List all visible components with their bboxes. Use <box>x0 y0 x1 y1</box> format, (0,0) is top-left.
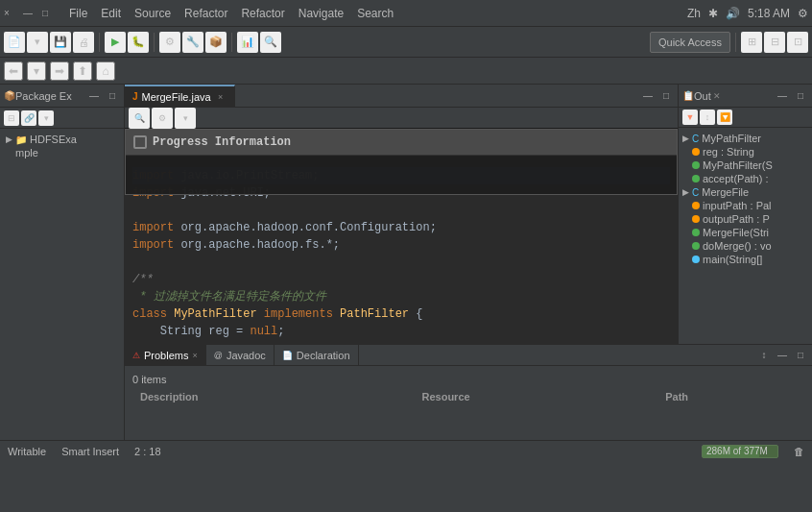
outline-item-inputpath[interactable]: inputPath : Pal <box>688 199 812 212</box>
nav-forward[interactable]: ➡ <box>50 61 69 81</box>
run-button[interactable]: ▶ <box>105 32 126 53</box>
menu-navigate[interactable]: Navigate <box>293 5 349 22</box>
col-path: Path <box>657 389 804 405</box>
memory-indicator[interactable]: 286M of 377M <box>702 445 778 458</box>
declaration-tab[interactable]: 📄 Declaration <box>275 345 359 366</box>
maximize-panel-btn[interactable]: □ <box>105 88 120 104</box>
tree-subitem[interactable]: mple <box>13 146 120 159</box>
save-button[interactable]: 💾 <box>50 32 71 53</box>
window-controls: × — □ <box>4 8 54 19</box>
javadoc-tab[interactable]: @ Javadoc <box>206 345 275 366</box>
declaration-icon: 📄 <box>282 351 293 360</box>
code-line-blank3 <box>132 254 670 271</box>
method-dot <box>692 161 700 169</box>
progress-title: Progress Information <box>153 134 291 151</box>
problems-tab[interactable]: ⚠ Problems × <box>125 345 206 366</box>
outline-item-constructor1[interactable]: MyPathFilter(S <box>688 158 812 172</box>
search-btn[interactable]: 🔍 <box>260 32 281 53</box>
nav-back[interactable]: ⬅ <box>4 61 23 81</box>
class-type-icon: C <box>692 134 699 144</box>
tree-project-item[interactable]: ▶ 📁 HDFSExa <box>4 133 120 146</box>
nav-home[interactable]: ⌂ <box>96 61 115 81</box>
code-area[interactable]: Progress Information import java.io.IOEx… <box>125 129 678 344</box>
minimize-icon[interactable]: — <box>23 8 35 19</box>
java-icon: J <box>132 91 138 102</box>
outline-item-mergefile[interactable]: ▶ C MergeFile <box>679 185 812 199</box>
menu-source[interactable]: Source <box>129 5 177 22</box>
code-line-blank2 <box>132 202 670 219</box>
outline-item-constructor2[interactable]: MergeFile(Stri <box>688 226 812 239</box>
outline-sort-btn[interactable]: ↕ <box>700 110 715 125</box>
quick-access-button[interactable]: Quick Access <box>650 32 730 53</box>
toolbar-btn3[interactable]: ⚙ <box>159 32 180 53</box>
view-menu-btn[interactable]: ▾ <box>38 110 54 126</box>
icon-btn6[interactable]: ⊞ <box>741 32 762 53</box>
maximize-bottom-btn[interactable]: □ <box>793 348 808 363</box>
method-dot5 <box>692 256 700 263</box>
toolbar-btn5[interactable]: 📦 <box>205 32 227 53</box>
new-button[interactable]: 📄 <box>4 32 25 53</box>
editor-toolbar-btn1[interactable]: 🔍 <box>129 108 150 129</box>
comment-start: /** <box>132 271 154 288</box>
menu-refactor1[interactable]: Refactor <box>179 5 233 22</box>
toolbar-dropdown1[interactable]: ▾ <box>27 32 48 53</box>
toolbar-btn4[interactable]: 🔧 <box>182 32 203 53</box>
tab-close-btn[interactable]: × <box>215 91 227 103</box>
gc-icon[interactable]: 🗑 <box>794 446 804 457</box>
outline-item-reg[interactable]: reg : String <box>688 145 812 158</box>
progress-body <box>126 156 677 194</box>
outline-filter-btn[interactable]: 🔽 <box>717 110 732 125</box>
minimize-panel-btn[interactable]: — <box>86 88 102 104</box>
cursor-pos-status: 2 : 18 <box>134 446 161 457</box>
outline-item-domerge[interactable]: doMerge() : vo <box>688 239 812 253</box>
perspective-btn[interactable]: 📊 <box>237 32 258 53</box>
method-dot2 <box>692 175 700 183</box>
code-line-6: import org.apache.hadoop.conf.Configurat… <box>132 219 670 236</box>
editor-tab-mergefile[interactable]: J MergeFile.java × <box>125 85 235 108</box>
outline-item-outputpath[interactable]: outputPath : P <box>688 212 812 226</box>
writable-status: Writable <box>8 446 46 457</box>
system-time: 5:18 AM <box>748 7 790 20</box>
editor-toolbar-btn3[interactable]: ▾ <box>175 108 196 129</box>
maximize-outline-btn[interactable]: □ <box>793 88 808 104</box>
javadoc-icon: @ <box>214 351 223 360</box>
link-btn[interactable]: 🔗 <box>21 110 36 126</box>
menu-bar: × — □ File Edit Source Refactor Refactor… <box>0 0 812 27</box>
editor-toolbar-btn2[interactable]: ⚙ <box>152 108 173 129</box>
col-resource: Resource <box>414 389 657 405</box>
collapse-all-btn[interactable]: ⊟ <box>4 110 19 126</box>
maximize-icon[interactable]: □ <box>42 8 54 19</box>
minimize-editor-btn[interactable]: — <box>640 88 656 104</box>
menu-items: File Edit Source Refactor Refactor Navig… <box>63 5 399 22</box>
outline-domerge-label: doMerge() : vo <box>703 240 772 252</box>
icon-btn7[interactable]: ⊟ <box>764 32 785 53</box>
maximize-editor-btn[interactable]: □ <box>658 88 674 104</box>
minimize-bottom-btn[interactable]: — <box>775 348 790 363</box>
menu-edit[interactable]: Edit <box>95 5 127 22</box>
settings-icon[interactable]: ⚙ <box>798 7 808 20</box>
outline-constructor1-label: MyPathFilter(S <box>703 159 773 171</box>
problems-tab-close[interactable]: × <box>192 351 197 360</box>
debug-button[interactable]: 🐛 <box>128 32 149 53</box>
icon-btn8[interactable]: ⊡ <box>787 32 808 53</box>
code-line-class: class MyPathFilter implements PathFilter… <box>132 305 670 323</box>
menu-refactor2[interactable]: Refactor <box>235 5 290 22</box>
status-bar: Writable Smart Insert 2 : 18 286M of 377… <box>0 440 812 461</box>
nav-up[interactable]: ⬆ <box>73 61 92 81</box>
outline-item-mypathfilter[interactable]: ▶ C MyPathFilter <box>679 132 812 145</box>
close-icon[interactable]: × <box>4 8 15 19</box>
outline-hide-fields-btn[interactable]: ▼ <box>682 110 698 125</box>
minimize-outline-btn[interactable]: — <box>775 88 790 104</box>
problems-count: 0 items <box>132 370 804 389</box>
progress-header: Progress Information <box>126 130 677 156</box>
print-button[interactable]: 🖨 <box>73 32 94 53</box>
class-name: MyPathFilter <box>174 305 256 323</box>
menu-file[interactable]: File <box>63 5 93 22</box>
outline-item-accept[interactable]: accept(Path) : <box>688 172 812 185</box>
menu-search[interactable]: Search <box>351 5 399 22</box>
bottom-panel-icon1[interactable]: ↕ <box>756 348 772 363</box>
nav-dropdown[interactable]: ▾ <box>27 61 46 81</box>
outline-item-main[interactable]: main(String[] <box>688 253 812 266</box>
outline-header: 📋 Out ✕ — □ <box>679 85 812 108</box>
zh-label: Zh <box>687 7 701 20</box>
